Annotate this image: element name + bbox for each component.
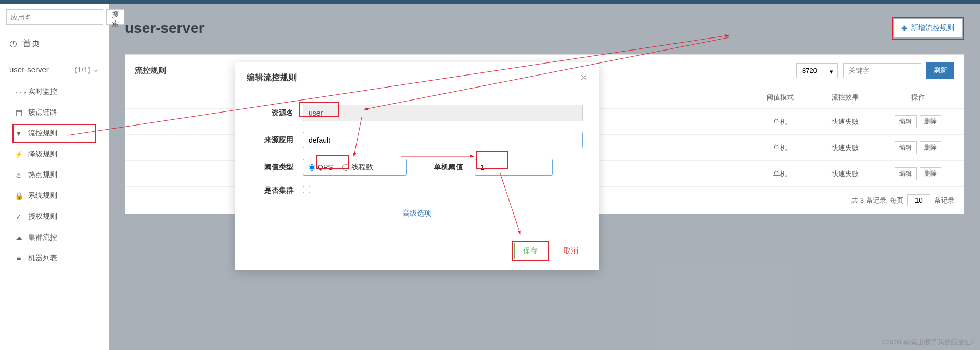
radio-thread-input[interactable] bbox=[342, 164, 349, 171]
sidebar-item-authority[interactable]: ✓授权规则 bbox=[0, 206, 109, 227]
cell-mode: 单机 bbox=[752, 117, 809, 127]
delete-button[interactable]: 删除 bbox=[920, 167, 941, 180]
delete-button[interactable]: 删除 bbox=[920, 115, 941, 128]
radio-thread[interactable]: 线程数 bbox=[342, 162, 373, 172]
list-icon: ▤ bbox=[15, 108, 23, 117]
cell-effect: 快速失败 bbox=[809, 143, 882, 153]
cell-effect: 快速失败 bbox=[809, 169, 882, 179]
sidebar: 搜索 ◷ 首页 user-server (1/1) ⌄ ⬪⬪⬪实时监控 ▤簇点链… bbox=[0, 4, 109, 350]
plus-icon: ✚ bbox=[901, 24, 908, 32]
port-value: 8720 bbox=[802, 67, 817, 74]
threshold-label: 单机阈值 bbox=[434, 162, 463, 172]
sidebar-item-machines[interactable]: ≡机器列表 bbox=[0, 248, 109, 269]
cluster-checkbox[interactable] bbox=[303, 186, 310, 193]
sidebar-item-flow-rules[interactable]: ▼流控规则 bbox=[12, 124, 96, 143]
cell-effect: 快速失败 bbox=[809, 117, 882, 127]
sidebar-item-system[interactable]: 🔒系统规则 bbox=[0, 185, 109, 206]
sidebar-item-label: 系统规则 bbox=[28, 191, 57, 201]
edit-button[interactable]: 编辑 bbox=[895, 141, 917, 154]
chevron-down-icon: ▾ bbox=[830, 68, 833, 76]
fire-icon: ♨ bbox=[15, 171, 23, 179]
sidebar-item-label: 授权规则 bbox=[28, 212, 57, 221]
sidebar-item-realtime[interactable]: ⬪⬪⬪实时监控 bbox=[0, 81, 109, 102]
sidebar-item-degrade[interactable]: ⚡降级规则 bbox=[0, 144, 109, 165]
modal-title: 编辑流控规则 bbox=[247, 72, 297, 83]
cell-mode: 单机 bbox=[752, 143, 809, 153]
column-actions: 操作 bbox=[882, 93, 954, 102]
panel-title: 流控规则 bbox=[135, 66, 166, 76]
clock-icon: ◷ bbox=[9, 38, 17, 49]
check-icon: ✓ bbox=[15, 213, 23, 221]
radio-qps-label: QPS bbox=[317, 163, 333, 171]
edit-button[interactable]: 编辑 bbox=[895, 115, 917, 128]
app-search-input[interactable] bbox=[6, 9, 103, 25]
bolt-icon: ⚡ bbox=[15, 150, 23, 158]
type-label: 阈值类型 bbox=[251, 162, 303, 172]
chevron-down-icon: ⌄ bbox=[93, 65, 99, 74]
column-mode: 阈值模式 bbox=[752, 93, 809, 102]
sidebar-item-label: 流控规则 bbox=[28, 129, 57, 138]
edit-rule-modal: 编辑流控规则 × 资源名 来源应用 阈值类型 QPS 线程数 单机阈值 是否集群 bbox=[235, 63, 599, 270]
pager-prefix: 共 3 条记录, 每页 bbox=[851, 196, 903, 204]
refresh-button[interactable]: 刷新 bbox=[926, 62, 954, 79]
sidebar-item-label: 降级规则 bbox=[28, 149, 57, 159]
home-link[interactable]: ◷ 首页 bbox=[0, 30, 109, 57]
radio-thread-label: 线程数 bbox=[351, 162, 373, 172]
sidebar-item-cluster-flow[interactable]: ☁集群流控 bbox=[0, 227, 109, 248]
resource-input bbox=[303, 105, 583, 121]
chart-icon: ⬪⬪⬪ bbox=[15, 88, 23, 96]
page-size-input[interactable] bbox=[907, 194, 930, 206]
cluster-label: 是否集群 bbox=[251, 186, 303, 195]
resource-label: 资源名 bbox=[251, 108, 303, 118]
threshold-type-group: QPS 线程数 bbox=[303, 159, 407, 176]
sidebar-item-label: 集群流控 bbox=[28, 233, 57, 242]
edit-button[interactable]: 编辑 bbox=[895, 167, 917, 180]
sidebar-item-cluster-points[interactable]: ▤簇点链路 bbox=[0, 102, 109, 123]
radio-qps-input[interactable] bbox=[309, 164, 315, 171]
keyword-input[interactable] bbox=[843, 63, 921, 78]
column-effect: 流控效果 bbox=[809, 93, 882, 102]
advanced-options-link[interactable]: 高级选项 bbox=[251, 206, 583, 227]
radio-qps[interactable]: QPS bbox=[309, 163, 333, 171]
sidebar-item-label: 簇点链路 bbox=[28, 108, 57, 117]
save-button[interactable]: 保存 bbox=[514, 243, 546, 259]
threshold-input[interactable] bbox=[475, 159, 553, 176]
close-icon[interactable]: × bbox=[580, 71, 587, 84]
server-icon: ≡ bbox=[15, 254, 23, 262]
source-input[interactable] bbox=[303, 132, 583, 148]
add-flow-rule-button[interactable]: ✚ 新增流控规则 bbox=[894, 19, 962, 38]
page-title: user-server bbox=[125, 20, 205, 36]
home-label: 首页 bbox=[22, 38, 40, 49]
cancel-button[interactable]: 取消 bbox=[555, 241, 587, 261]
app-count: (1/1) bbox=[74, 65, 91, 74]
watermark: CSDN @满山猴子我的腚最红8 bbox=[882, 338, 975, 347]
sidebar-item-label: 实时监控 bbox=[28, 87, 57, 96]
cloud-icon: ☁ bbox=[15, 233, 23, 242]
app-name: user-server bbox=[9, 65, 49, 74]
lock-icon: 🔒 bbox=[15, 192, 23, 200]
sidebar-item-label: 机器列表 bbox=[28, 254, 57, 263]
add-btn-label: 新增流控规则 bbox=[911, 23, 954, 33]
filter-icon: ▼ bbox=[15, 129, 23, 138]
app-toggle[interactable]: user-server (1/1) ⌄ bbox=[0, 57, 109, 81]
port-select[interactable]: 8720 ▾ bbox=[796, 63, 838, 78]
cell-mode: 单机 bbox=[752, 169, 809, 179]
delete-button[interactable]: 删除 bbox=[920, 141, 941, 154]
sidebar-item-hotspot[interactable]: ♨热点规则 bbox=[0, 165, 109, 185]
sidebar-item-label: 热点规则 bbox=[28, 170, 57, 180]
source-label: 来源应用 bbox=[251, 135, 303, 145]
pager-suffix: 条记录 bbox=[934, 196, 954, 204]
